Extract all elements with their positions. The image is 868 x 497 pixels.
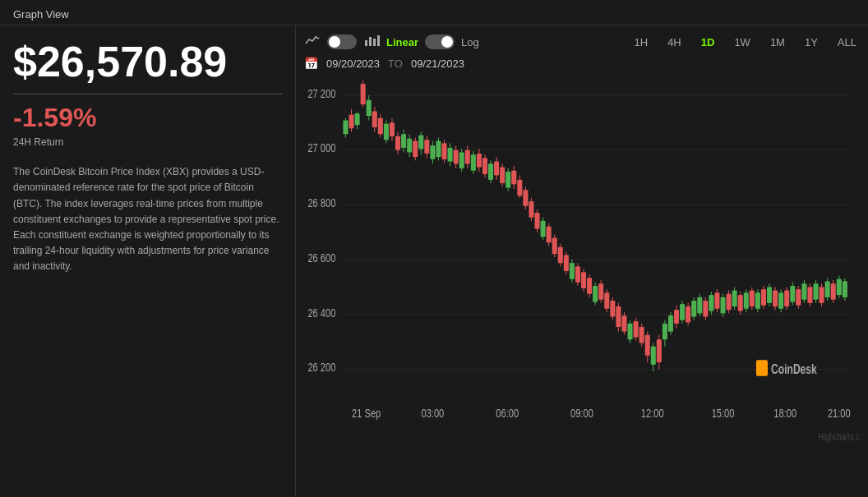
- svg-rect-49: [413, 141, 418, 157]
- svg-text:09:00: 09:00: [570, 406, 593, 420]
- svg-rect-35: [372, 111, 377, 127]
- svg-rect-137: [668, 315, 673, 331]
- svg-rect-149: [703, 301, 708, 316]
- svg-rect-115: [604, 292, 609, 308]
- svg-rect-121: [621, 315, 626, 331]
- main-content: $26,570.89 -1.59% 24H Return The CoinDes…: [0, 25, 868, 497]
- svg-rect-93: [541, 221, 546, 237]
- svg-rect-147: [697, 297, 702, 313]
- time-btn-1d[interactable]: 1D: [698, 35, 718, 50]
- svg-rect-181: [796, 289, 801, 305]
- svg-rect-75: [488, 163, 493, 179]
- chart-controls: Linear Log 1H 4H 1D 1W 1M 1Y ALL: [304, 34, 860, 50]
- svg-rect-97: [552, 238, 557, 254]
- svg-rect-197: [843, 281, 847, 297]
- svg-rect-91: [534, 213, 539, 228]
- chart-area: 27 200 27 000 26 800 26 600 26 400 26 20…: [304, 75, 860, 497]
- price-chart: 27 200 27 000 26 800 26 600 26 400 26 20…: [304, 75, 860, 497]
- svg-rect-107: [581, 272, 586, 288]
- scale-toggle[interactable]: [425, 35, 455, 49]
- svg-text:Highcharts.com: Highcharts.com: [819, 430, 860, 442]
- svg-rect-175: [778, 292, 783, 308]
- svg-rect-69: [471, 154, 476, 170]
- svg-rect-153: [714, 292, 719, 308]
- svg-rect-67: [465, 150, 470, 164]
- svg-rect-163: [744, 292, 749, 308]
- scale-log-label[interactable]: Log: [461, 36, 479, 48]
- date-to-value: 09/21/2023: [411, 58, 464, 70]
- svg-rect-83: [511, 171, 516, 185]
- time-btn-1h[interactable]: 1H: [631, 35, 652, 50]
- svg-rect-161: [738, 295, 743, 311]
- svg-rect-139: [674, 310, 679, 324]
- svg-rect-167: [755, 292, 760, 308]
- return-value: -1.59%: [13, 103, 282, 133]
- svg-text:21 Sep: 21 Sep: [352, 406, 381, 420]
- bar-chart-icon[interactable]: [363, 34, 380, 50]
- time-btn-4h[interactable]: 4H: [664, 35, 685, 50]
- svg-rect-133: [657, 339, 662, 362]
- svg-rect-105: [575, 266, 580, 282]
- svg-rect-37: [378, 118, 383, 134]
- svg-text:CoinDesk: CoinDesk: [771, 361, 818, 376]
- svg-rect-95: [547, 227, 552, 242]
- svg-rect-61: [448, 148, 453, 162]
- scale-linear-label[interactable]: Linear: [386, 36, 418, 48]
- svg-rect-135: [663, 324, 667, 339]
- svg-rect-2: [373, 39, 376, 46]
- svg-rect-39: [384, 124, 389, 140]
- svg-text:26 400: 26 400: [307, 306, 335, 320]
- svg-rect-173: [773, 291, 778, 306]
- svg-rect-183: [801, 283, 806, 299]
- svg-rect-117: [610, 301, 615, 316]
- divider: [13, 94, 282, 94]
- svg-rect-157: [727, 294, 732, 310]
- svg-rect-189: [820, 287, 824, 302]
- svg-text:26 600: 26 600: [307, 251, 335, 265]
- svg-rect-198: [756, 360, 768, 375]
- time-btn-1m[interactable]: 1M: [767, 35, 788, 50]
- svg-rect-179: [790, 286, 795, 301]
- svg-rect-127: [639, 327, 644, 343]
- svg-rect-3: [377, 35, 380, 46]
- date-separator: TO: [388, 58, 403, 70]
- app-container: Graph View $26,570.89 -1.59% 24H Return …: [0, 0, 868, 497]
- svg-rect-123: [627, 324, 632, 339]
- time-btn-1y[interactable]: 1Y: [801, 35, 821, 50]
- svg-text:26 800: 26 800: [307, 196, 335, 209]
- svg-rect-89: [529, 201, 533, 217]
- svg-rect-29: [355, 113, 360, 125]
- right-panel: Linear Log 1H 4H 1D 1W 1M 1Y ALL: [296, 25, 868, 497]
- svg-rect-171: [767, 287, 772, 302]
- svg-rect-109: [587, 278, 592, 293]
- svg-rect-101: [564, 255, 569, 270]
- time-controls: 1H 4H 1D 1W 1M 1Y ALL: [631, 35, 860, 50]
- svg-rect-43: [395, 136, 400, 150]
- svg-rect-81: [506, 172, 510, 187]
- svg-rect-103: [570, 263, 575, 278]
- svg-text:21:00: 21:00: [828, 406, 851, 420]
- svg-rect-187: [813, 283, 818, 299]
- left-panel: $26,570.89 -1.59% 24H Return The CoinDes…: [0, 25, 296, 497]
- svg-rect-25: [343, 121, 348, 135]
- svg-rect-31: [361, 84, 366, 104]
- svg-rect-59: [441, 143, 446, 159]
- svg-rect-169: [761, 289, 766, 305]
- time-btn-1w[interactable]: 1W: [731, 35, 754, 50]
- svg-text:12:00: 12:00: [641, 406, 664, 420]
- calendar-icon: 📅: [304, 57, 318, 70]
- page-title: Graph View: [13, 8, 69, 21]
- svg-rect-195: [837, 279, 842, 295]
- svg-rect-57: [436, 141, 441, 157]
- svg-rect-111: [593, 286, 598, 301]
- chart-type-controls: Linear Log: [304, 34, 479, 50]
- svg-text:18:00: 18:00: [773, 406, 796, 420]
- svg-text:15:00: 15:00: [712, 406, 735, 420]
- time-btn-all[interactable]: ALL: [834, 35, 860, 50]
- svg-rect-177: [784, 291, 789, 306]
- svg-rect-0: [365, 40, 367, 46]
- svg-rect-65: [459, 152, 464, 168]
- line-chart-icon[interactable]: [304, 34, 321, 50]
- svg-rect-141: [680, 304, 685, 320]
- chart-type-toggle[interactable]: [327, 35, 357, 49]
